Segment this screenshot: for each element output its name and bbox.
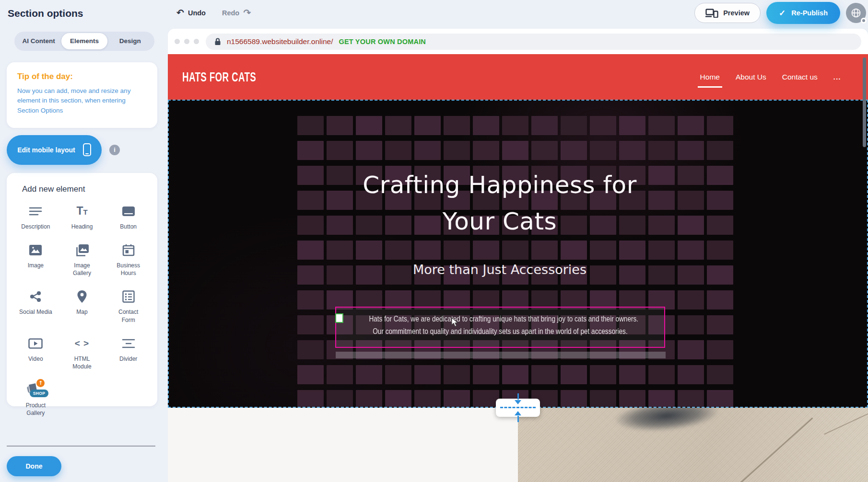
redo-button[interactable]: Redo ↷ — [222, 8, 251, 17]
site-preview-frame: n1566589.websitebuilder.online/ GET YOUR… — [168, 29, 868, 482]
hero-tile — [297, 290, 324, 310]
element-label: Video — [28, 355, 43, 363]
nav-item-about-us[interactable]: About Us — [736, 73, 766, 81]
site-header[interactable]: HATS FOR CATS HomeAbout UsContact us... — [168, 54, 868, 100]
element-tile-heading[interactable]: TTHeading — [59, 204, 106, 230]
hero-tile — [648, 365, 675, 384]
hero-tile — [531, 241, 558, 260]
hero-tile — [356, 116, 382, 135]
hero-tile — [590, 390, 616, 408]
hero-tile — [297, 390, 324, 408]
hero-tile — [707, 241, 733, 260]
hero-tile — [327, 141, 353, 160]
element-label: Divider — [119, 355, 137, 363]
hero-tile — [297, 141, 324, 160]
hero-tile — [502, 116, 528, 135]
element-tile-social-media[interactable]: Social Media — [12, 289, 59, 323]
hero-tile — [590, 365, 616, 384]
window-dot — [194, 39, 199, 44]
description-icon — [29, 204, 42, 219]
element-ghost-strip — [336, 352, 666, 358]
element-tile-contact-form[interactable]: Contact Form — [105, 289, 152, 323]
element-label: Social Media — [19, 308, 52, 316]
undo-button[interactable]: ↶ Undo — [176, 8, 206, 17]
element-tile-product-gallery[interactable]: ↑SHOPProduct Gallery — [12, 382, 59, 417]
language-globe-button[interactable] — [846, 3, 866, 23]
hero-tile — [356, 141, 382, 160]
hero-tile — [414, 116, 441, 135]
hero-tile — [678, 141, 704, 160]
business-hours-icon — [122, 242, 135, 258]
element-tile-business-hours[interactable]: Business Hours — [105, 242, 152, 277]
hero-tile — [531, 116, 558, 135]
nav-item-contact-us[interactable]: Contact us — [782, 73, 818, 81]
hero-tile — [297, 241, 324, 260]
hero-tile — [473, 241, 499, 260]
add-element-title: Add new element — [12, 184, 152, 194]
hero-tile — [385, 116, 411, 135]
tab-elements[interactable]: Elements — [61, 33, 107, 49]
hero-tile — [414, 390, 441, 408]
page-title: Section options — [8, 8, 83, 19]
section-resize-handle[interactable] — [496, 399, 540, 417]
republish-label: Re-Publish — [791, 9, 828, 17]
tab-design[interactable]: Design — [107, 33, 153, 49]
lock-icon — [214, 37, 221, 46]
hero-tile — [619, 241, 645, 260]
add-element-grid: DescriptionTTHeadingButtonImageImage Gal… — [12, 204, 152, 417]
element-tile-video[interactable]: Video — [12, 336, 59, 370]
nav-item-home[interactable]: Home — [700, 73, 720, 81]
hero-section[interactable]: Crafting Happiness for Your Cats More th… — [168, 100, 868, 408]
element-tile-divider[interactable]: Divider — [105, 336, 152, 370]
hero-tile — [619, 141, 645, 160]
hero-paragraph-line1: Hats for Cats, we are dedicated to craft… — [369, 313, 631, 325]
hero-tile — [444, 116, 470, 135]
element-label: Product Gallery — [18, 402, 53, 417]
add-element-card: Add new element DescriptionTTHeadingButt… — [7, 173, 157, 406]
hero-tile — [707, 340, 733, 359]
hero-tile — [707, 315, 733, 334]
redo-label: Redo — [222, 9, 239, 17]
topbar-actions: Preview ✓ Re-Publish — [694, 2, 866, 24]
selected-paragraph-element[interactable]: Hats for Cats, we are dedicated to craft… — [335, 307, 665, 348]
element-tile-image-gallery[interactable]: Image Gallery — [59, 242, 106, 277]
hero-tile — [648, 141, 675, 160]
site-logo[interactable]: HATS FOR CATS — [182, 69, 256, 84]
get-domain-link[interactable]: GET YOUR OWN DOMAIN — [339, 38, 426, 46]
url-bar[interactable]: n1566589.websitebuilder.online/ GET YOUR… — [206, 34, 861, 50]
window-dot — [184, 39, 189, 44]
selection-handle[interactable] — [335, 313, 343, 323]
hero-tile — [678, 116, 704, 135]
hero-paragraph-line2: Our commitment to quality and individual… — [369, 325, 631, 338]
hero-tile — [561, 241, 587, 260]
hero-heading[interactable]: Crafting Happiness for Your Cats — [279, 167, 720, 240]
html-module-icon: < > — [75, 336, 89, 351]
hero-subheading[interactable]: More than Just Accessories — [279, 262, 720, 277]
element-tile-description[interactable]: Description — [12, 204, 59, 230]
edit-mobile-layout-button[interactable]: Edit mobile layout — [7, 135, 102, 165]
undo-label: Undo — [188, 9, 206, 17]
element-tile-button[interactable]: Button — [105, 204, 152, 230]
element-label: Image Gallery — [65, 262, 99, 277]
tab-ai-content[interactable]: AI Content — [16, 33, 61, 49]
hero-tile — [385, 365, 411, 384]
nav-more[interactable]: ... — [833, 73, 841, 81]
element-tile-map[interactable]: Map — [59, 289, 106, 323]
hero-tile — [678, 241, 704, 260]
sidebar: AI ContentElementsDesign Tip of the day:… — [0, 29, 168, 482]
preview-button[interactable]: Preview — [694, 3, 761, 23]
undo-redo-group: ↶ Undo Redo ↷ — [176, 8, 251, 17]
hero-tile — [473, 116, 499, 135]
preview-scrollbar[interactable] — [863, 57, 866, 147]
contact-form-icon — [122, 289, 135, 304]
tip-title: Tip of the day: — [17, 72, 147, 81]
element-tile-html-module[interactable]: < >HTML Module — [59, 336, 106, 370]
republish-button[interactable]: ✓ Re-Publish — [766, 2, 840, 24]
done-button[interactable]: Done — [7, 456, 61, 476]
hero-tile — [678, 315, 704, 334]
element-tile-image[interactable]: Image — [12, 242, 59, 277]
phone-icon — [83, 143, 91, 156]
paving-seam — [824, 410, 868, 435]
cat-shadow — [613, 408, 721, 435]
info-icon[interactable]: i — [109, 145, 120, 155]
